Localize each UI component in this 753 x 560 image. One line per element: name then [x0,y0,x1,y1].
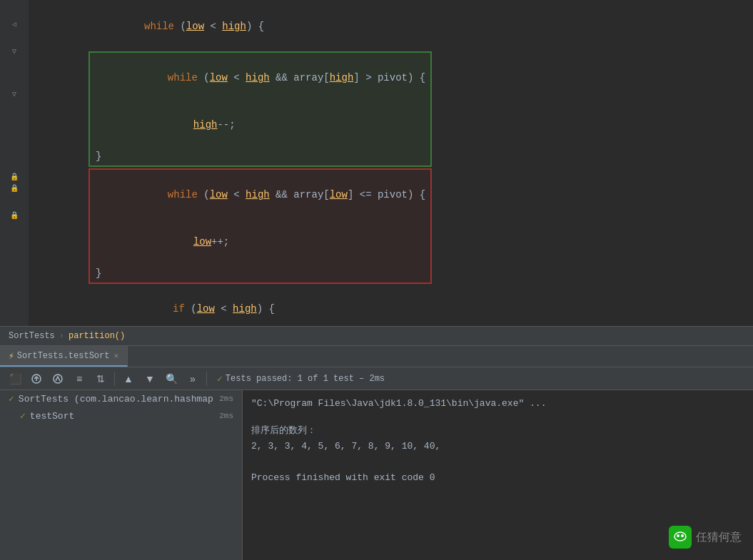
rerun-button[interactable] [49,370,67,388]
code-line-6: low++; [90,218,430,265]
code-line-3: high--; [90,101,430,148]
gutter-icon-5: 🔒 [10,184,19,193]
sort-duration-button[interactable]: ⇅ [91,370,110,388]
gutter-icon-4: 🔒 [10,173,19,181]
breadcrumb-bar: SortTests › partition() [0,326,753,346]
code-area: ◁ ▽ ▽ 🔒 🔒 🔒 while (low < high) { [0,0,753,326]
breadcrumb-file[interactable]: SortTests [9,331,55,341]
down-button[interactable]: ▼ [141,370,159,388]
gutter-icon-6: 🔒 [10,211,19,220]
tab-close-icon[interactable]: ✕ [113,351,118,360]
test-item-testsort[interactable]: ✓ testSort 2ms [0,407,242,424]
more-button[interactable]: » [183,370,202,388]
up-button[interactable]: ▲ [119,370,138,388]
output-exit: Process finished with exit code 0 [251,470,744,486]
stop-button[interactable]: ⬛ [6,370,24,388]
code-line-1: while (low < high) { [29,3,753,50]
output-result: 2, 3, 3, 4, 5, 6, 7, 8, 9, 10, 40, [251,439,744,454]
svg-point-4 [681,534,684,537]
output-label: 排序后的数列： [251,423,744,439]
wechat-icon [669,526,692,549]
toolbar: ⬛ ≡ ⇅ ▲ ▼ 🔍 » ✓ [0,367,753,390]
breadcrumb-method[interactable]: partition() [69,331,125,341]
test-pass-icon-1: ✓ [9,393,14,404]
watermark-text: 任猜何意 [696,530,742,545]
test-method-name: testSort [30,411,74,422]
code-line-8: if (low < high) { [29,285,753,326]
output-command: "C:\Program Files\Java\jdk1.8.0_131\bin\… [251,396,744,412]
test-pass-icon-2: ✓ [20,410,26,422]
bottom-panel: ⚡ SortTests.testSort ✕ ⬛ ≡ [0,346,753,560]
code-line-2: while (low < high && array[high] > pivot… [90,54,430,101]
svg-point-5 [674,532,686,541]
gutter-icon-2[interactable]: ▽ [10,47,19,56]
block-red: while (low < high && array[low] <= pivot… [89,168,432,284]
code-editor[interactable]: while (low < high) { while (low < high &… [29,0,753,326]
gutter: ◁ ▽ ▽ 🔒 🔒 🔒 [0,0,29,326]
toolbar-separator-1 [114,372,115,386]
panel-content: ✓ SortTests (com.lancao.learn.hashmap 2m… [0,390,753,560]
code-line-4: } [90,148,430,164]
check-icon: ✓ [217,373,223,385]
sort-alpha-button[interactable]: ≡ [70,370,89,388]
block-green: while (low < high && array[high] > pivot… [89,51,432,167]
tab-sort-tests[interactable]: ⚡ SortTests.testSort ✕ [0,346,128,367]
code-line-5: while (low < high && array[low] <= pivot… [90,171,430,218]
breadcrumb-separator: › [59,331,64,341]
test-item-sorttests[interactable]: ✓ SortTests (com.lancao.learn.hashmap 2m… [0,390,242,407]
tab-label: SortTests.testSort [17,351,110,361]
search-button[interactable]: 🔍 [162,370,181,388]
test-panel: ✓ SortTests (com.lancao.learn.hashmap 2m… [0,390,243,560]
toolbar-separator-2 [206,372,207,386]
test-result-text: Tests passed: 1 of 1 test – 2ms [226,374,385,384]
main-container: ◁ ▽ ▽ 🔒 🔒 🔒 while (low < high) { [0,0,753,560]
tab-bar: ⚡ SortTests.testSort ✕ [0,346,753,367]
test-method-time: 2ms [219,412,233,420]
test-result: ✓ Tests passed: 1 of 1 test – 2ms [217,373,385,385]
svg-point-3 [677,534,679,537]
test-class-time: 2ms [219,394,233,403]
rerun-failed-button[interactable] [27,370,46,388]
gutter-icon-3[interactable]: ▽ [10,90,19,98]
lightning-icon: ⚡ [9,350,14,362]
gutter-icon-1[interactable]: ◁ [10,20,19,29]
code-line-7: } [90,265,430,281]
test-class-name: SortTests (com.lancao.learn.hashmap [19,394,213,404]
watermark: 任猜何意 [669,526,742,549]
